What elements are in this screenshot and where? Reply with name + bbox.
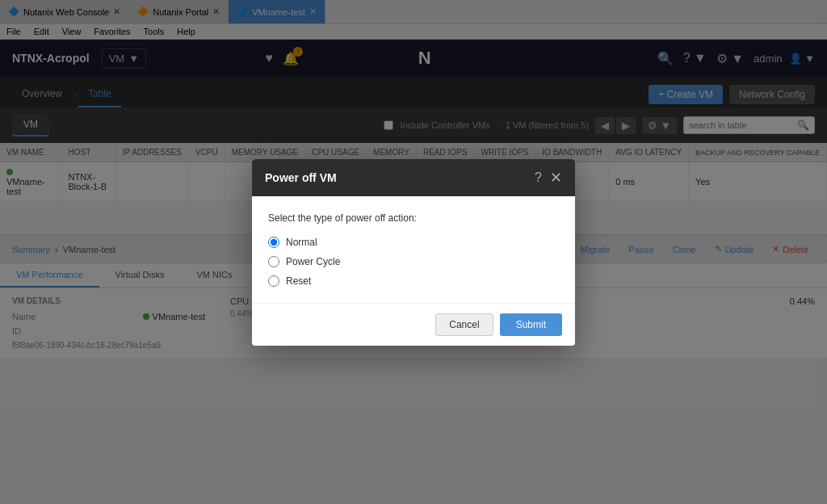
cancel-button[interactable]: Cancel [435,313,493,336]
modal-question: Select the type of power off action: [268,212,559,224]
modal-header: Power off VM ? ✕ [252,159,575,196]
radio-power-cycle[interactable] [268,256,279,267]
modal-body: Select the type of power off action: Nor… [252,196,575,303]
option-normal[interactable]: Normal [268,237,559,248]
option-reset[interactable]: Reset [268,275,559,287]
modal-overlay: Power off VM ? ✕ Select the type of powe… [0,0,827,358]
submit-button[interactable]: Submit [500,313,562,336]
modal-help-icon[interactable]: ? [535,170,542,185]
radio-normal[interactable] [268,237,279,248]
modal-close-button[interactable]: ✕ [550,169,562,187]
radio-reset[interactable] [268,275,279,287]
power-off-modal: Power off VM ? ✕ Select the type of powe… [252,159,575,346]
modal-title: Power off VM [265,171,337,184]
modal-footer: Cancel Submit [252,303,575,346]
option-power-cycle[interactable]: Power Cycle [268,256,559,267]
modal-header-icons: ? ✕ [535,169,562,187]
power-off-options: Normal Power Cycle Reset [268,237,559,287]
